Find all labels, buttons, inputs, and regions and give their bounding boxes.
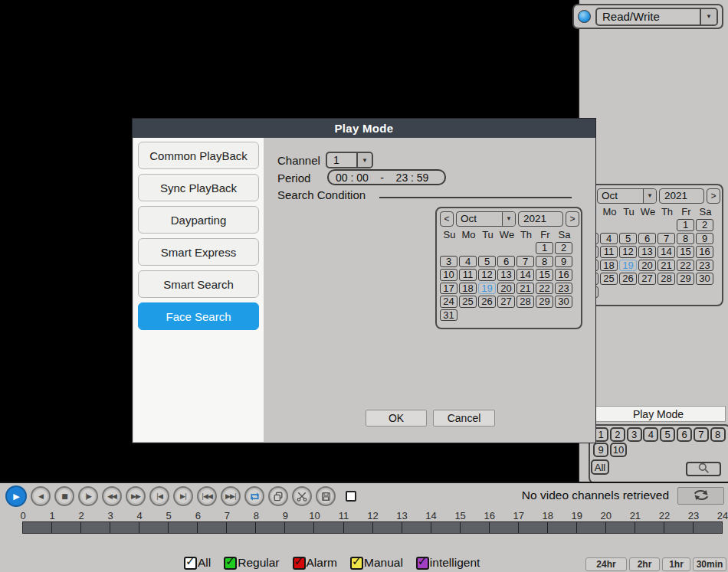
range-button-24hr[interactable]: 24hr bbox=[585, 557, 627, 571]
channel-button-1[interactable]: 1 bbox=[593, 427, 608, 442]
calendar-day-8[interactable]: 8 bbox=[536, 256, 553, 268]
calendar-day-12[interactable]: 12 bbox=[478, 269, 496, 281]
timeline-segment[interactable] bbox=[577, 522, 606, 533]
calendar-day-29[interactable]: 29 bbox=[536, 296, 553, 308]
loop-button[interactable] bbox=[244, 486, 264, 506]
calendar-day-30[interactable]: 30 bbox=[555, 296, 572, 308]
channel-dropdown[interactable]: 1 ▼ bbox=[326, 152, 373, 168]
range-button-2hr[interactable]: 2hr bbox=[629, 557, 660, 571]
calendar-day-22[interactable]: 22 bbox=[677, 260, 694, 272]
calendar-day-6[interactable]: 6 bbox=[497, 256, 515, 268]
calendar-day-31[interactable]: 31 bbox=[440, 309, 457, 322]
calendar-day-27[interactable]: 27 bbox=[497, 296, 515, 308]
calendar-day-27[interactable]: 27 bbox=[638, 273, 656, 285]
filter-checkbox-manual[interactable]: ✓ bbox=[350, 557, 363, 570]
calendar-day-14[interactable]: 14 bbox=[516, 269, 534, 281]
calendar-day-11[interactable]: 11 bbox=[459, 269, 477, 281]
calendar-day-15[interactable]: 15 bbox=[536, 269, 553, 281]
calendar-day-11[interactable]: 11 bbox=[600, 246, 618, 258]
channel-button-10[interactable]: 10 bbox=[610, 443, 627, 457]
calendar-prev-button[interactable]: < bbox=[440, 211, 454, 227]
calendar-day-23[interactable]: 23 bbox=[696, 260, 713, 272]
frame-by-frame-button[interactable]: |▶ bbox=[78, 486, 98, 506]
channel-button-9[interactable]: 9 bbox=[593, 443, 608, 457]
multi-screen-button[interactable] bbox=[268, 486, 288, 506]
calendar-day-29[interactable]: 29 bbox=[677, 273, 694, 285]
calendar-day-18[interactable]: 18 bbox=[600, 260, 618, 272]
filter-checkbox-intelligent[interactable]: ✓ bbox=[416, 557, 429, 570]
chevron-down-icon[interactable]: ▼ bbox=[700, 9, 717, 25]
next-frame-button[interactable]: ▶| bbox=[173, 486, 193, 506]
calendar-day-26[interactable]: 26 bbox=[619, 273, 637, 285]
calendar-day-21[interactable]: 21 bbox=[516, 283, 534, 295]
calendar-day-9[interactable]: 9 bbox=[696, 233, 713, 245]
calendar-day-6[interactable]: 6 bbox=[638, 233, 656, 245]
timeline-segment[interactable] bbox=[373, 522, 402, 533]
timeline-segment[interactable] bbox=[431, 522, 461, 533]
timeline-segment[interactable] bbox=[548, 522, 577, 533]
range-button-30min[interactable]: 30min bbox=[693, 557, 726, 571]
timeline-bar[interactable] bbox=[22, 521, 723, 534]
channel-search-button[interactable] bbox=[686, 462, 721, 476]
calendar-next-button[interactable]: > bbox=[707, 188, 720, 204]
calendar-day-13[interactable]: 13 bbox=[497, 269, 515, 281]
calendar-day-5[interactable]: 5 bbox=[619, 233, 637, 245]
calendar-day-4[interactable]: 4 bbox=[600, 233, 618, 245]
chevron-down-icon[interactable]: ▼ bbox=[502, 212, 515, 226]
timeline-segment[interactable] bbox=[227, 522, 256, 533]
chevron-down-icon[interactable]: ▼ bbox=[356, 153, 372, 167]
calendar-day-22[interactable]: 22 bbox=[536, 283, 553, 295]
stop-button[interactable]: ■ bbox=[54, 486, 74, 506]
calendar-day-3[interactable]: 3 bbox=[440, 256, 457, 268]
calendar-day-20[interactable]: 20 bbox=[638, 260, 656, 272]
next-file-button[interactable]: ▶▶| bbox=[221, 486, 241, 506]
calendar-year-field[interactable]: 2021 bbox=[659, 188, 704, 204]
prev-frame-button[interactable]: |◀ bbox=[149, 486, 169, 506]
filter-checkbox-all[interactable]: ✓ bbox=[184, 557, 197, 570]
sidebar-item-common-playback[interactable]: Common PlayBack bbox=[138, 142, 259, 169]
calendar-day-28[interactable]: 28 bbox=[657, 273, 675, 285]
calendar-day-2[interactable]: 2 bbox=[696, 219, 713, 231]
calendar-month-dropdown[interactable]: Oct ▼ bbox=[597, 188, 657, 204]
calendar-day-15[interactable]: 15 bbox=[677, 246, 694, 258]
calendar-day-5[interactable]: 5 bbox=[478, 256, 496, 268]
calendar-day-28[interactable]: 28 bbox=[516, 296, 534, 308]
channel-button-7[interactable]: 7 bbox=[694, 427, 709, 442]
calendar-day-10[interactable]: 10 bbox=[440, 269, 457, 281]
calendar-day-21[interactable]: 21 bbox=[657, 260, 675, 272]
reverse-play-button[interactable]: ◀ bbox=[31, 486, 51, 506]
timeline-segment[interactable] bbox=[169, 522, 198, 533]
fast-forward-button[interactable]: ▶▶ bbox=[126, 486, 146, 506]
channel-button-8[interactable]: 8 bbox=[710, 427, 726, 442]
timeline-segment[interactable] bbox=[519, 522, 548, 533]
sidebar-item-face-search[interactable]: Face Search bbox=[138, 302, 259, 330]
calendar-day-9[interactable]: 9 bbox=[555, 256, 572, 268]
calendar-day-4[interactable]: 4 bbox=[459, 256, 477, 268]
calendar-day-19[interactable]: 19 bbox=[619, 260, 637, 272]
channel-button-6[interactable]: 6 bbox=[677, 427, 692, 442]
calendar-day-13[interactable]: 13 bbox=[638, 246, 656, 258]
calendar-day-16[interactable]: 16 bbox=[696, 246, 713, 258]
timeline-segment[interactable] bbox=[256, 522, 285, 533]
calendar-day-30[interactable]: 30 bbox=[696, 273, 713, 285]
calendar-day-23[interactable]: 23 bbox=[555, 283, 572, 295]
range-button-1hr[interactable]: 1hr bbox=[662, 557, 690, 571]
sidebar-item-sync-playback[interactable]: Sync PlayBack bbox=[138, 174, 259, 201]
calendar-day-17[interactable]: 17 bbox=[440, 283, 457, 295]
toolbar-checkbox[interactable] bbox=[346, 491, 356, 502]
timeline-segment[interactable] bbox=[110, 522, 139, 533]
calendar-month-dropdown[interactable]: Oct ▼ bbox=[456, 211, 516, 227]
calendar-day-18[interactable]: 18 bbox=[459, 283, 477, 295]
timeline-segment[interactable] bbox=[139, 522, 169, 533]
channel-button-5[interactable]: 5 bbox=[660, 427, 675, 442]
calendar-day-25[interactable]: 25 bbox=[600, 273, 618, 285]
calendar-next-button[interactable]: > bbox=[566, 211, 579, 227]
calendar-day-2[interactable]: 2 bbox=[555, 242, 572, 254]
refresh-channels-button[interactable] bbox=[677, 487, 724, 505]
channel-button-4[interactable]: 4 bbox=[643, 427, 658, 442]
channel-button-3[interactable]: 3 bbox=[627, 427, 642, 442]
timeline-segment[interactable] bbox=[606, 522, 635, 533]
channel-button-2[interactable]: 2 bbox=[610, 427, 625, 442]
calendar-day-14[interactable]: 14 bbox=[657, 246, 675, 258]
rewind-button[interactable]: ◀◀ bbox=[102, 486, 122, 506]
